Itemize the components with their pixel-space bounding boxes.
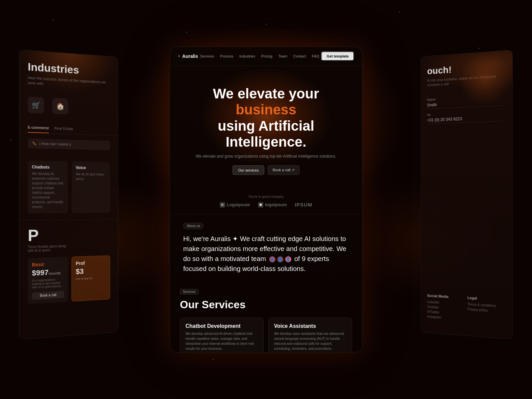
linkedin-link[interactable]: LinkedIn [427, 300, 464, 306]
plan-prof-name: Prof [76, 260, 106, 266]
legal-title: Legal [467, 296, 505, 302]
contact-form: Name Smith ne +31 (0) 20 343 9223 [421, 88, 512, 133]
legal-col: Legal Terms & conditions Privacy policy [467, 296, 505, 325]
nav-contact[interactable]: Contact [293, 54, 306, 58]
pricing-subtitle-partial: Three flexible plans desigwith AI & auto… [28, 243, 110, 253]
services-tag: Services [180, 289, 199, 295]
hero-title-accent: business [236, 102, 296, 117]
about-tag: About us [183, 223, 203, 229]
left-voice-card: Voice We de AI assi inbou perso [72, 161, 110, 213]
plan-prof: Prof $3 For or the ful [71, 255, 110, 302]
plan-basic: Basic $997/month For organizations looki… [28, 257, 68, 304]
pricing-title-partial: P [28, 226, 110, 244]
chatbot-section: ✏️ | How can I assist y [20, 133, 118, 162]
plan-basic-price: $997/month [32, 267, 64, 277]
logos-label: You're in good company [183, 195, 349, 199]
plan-basic-name: Basic [32, 261, 64, 267]
hero-title-part1: We elevate your [213, 86, 319, 101]
main-panel: + Auralis Services Process Industries Pr… [170, 47, 362, 352]
left-chatbots-desc: We develop AI-powered customer support c… [32, 171, 64, 209]
chatbot-title: Chatbot Development [186, 323, 258, 329]
pricing-plans: Basic $997/month For organizations looki… [28, 255, 110, 304]
hero-title: We elevate your business using Artificia… [183, 86, 349, 150]
logo-1-icon: ◎ [220, 202, 225, 207]
services-grid: Chatbot Development We develop advanced … [180, 318, 352, 352]
chat-input-bar[interactable]: ✏️ | How can I assist y [28, 138, 110, 150]
scene: Industries Hear the success stories of t… [0, 0, 532, 399]
get-template-button[interactable]: Get template [321, 52, 354, 61]
nav-links: Services Process Industries Pricing Team… [200, 54, 319, 58]
logo-1: ◎ Logoipsum [220, 202, 250, 207]
left-voice-desc: We de AI assi inbou perso [76, 172, 106, 182]
plan-prof-price: $3 [76, 266, 106, 276]
logo-3-text: IPSUM [295, 202, 313, 207]
plan-basic-desc: For organizations looking to get started… [32, 278, 64, 289]
logo-2-icon: ▣ [258, 202, 263, 207]
hero-title-part2: using Artificial Intelligence. [218, 118, 314, 150]
chatbot-service-card: Chatbot Development We develop advanced … [180, 318, 264, 352]
team-avatars: 👤 👤 👤 [269, 256, 292, 263]
pricing-section-partial: P Three flexible plans desigwith AI & au… [20, 219, 118, 311]
social-media-col: Social Media LinkedIn Youtube X/Twitter … [427, 294, 464, 322]
voice-desc: We develop voice assistants that use adv… [274, 331, 346, 351]
left-voice-title: Voice [76, 165, 106, 170]
social-title: Social Media [427, 294, 464, 300]
form-name-row: Name Smith [427, 94, 506, 109]
right-footer: Social Media LinkedIn Youtube X/Twitter … [427, 294, 506, 325]
left-chatbots-card: Chatbots We develop AI-powered customer … [28, 161, 68, 213]
nav-process[interactable]: Process [220, 54, 233, 58]
nav-faq[interactable]: FAQ [312, 54, 319, 58]
ecommerce-icon[interactable]: 🛒 [28, 96, 44, 113]
plan-prof-desc: For or the ful [76, 276, 106, 281]
left-service-cards: Chatbots We develop AI-powered customer … [20, 160, 118, 213]
about-section: About us Hi, we're Auralis ✦ We craft cu… [170, 214, 362, 282]
nav-industries[interactable]: Industries [239, 54, 255, 58]
left-panel-header: Industries Hear the success stories of t… [20, 50, 118, 96]
plan-basic-cta[interactable]: Book a call [32, 291, 64, 300]
avatar-3: 👤 [285, 256, 292, 263]
nav-logo: + Auralis [178, 54, 198, 59]
hero-section: We elevate your business using Artificia… [170, 66, 362, 195]
tab-realestate[interactable]: Real Estate [54, 126, 73, 134]
about-text: Hi, we're Auralis ✦ We craft cutting edg… [183, 234, 349, 274]
realestate-icon[interactable]: 🏠 [52, 98, 68, 114]
logo-2: ▣ logoipsum [258, 202, 287, 207]
left-panel-icons: 🛒 🏠 [20, 91, 118, 122]
right-panel-header: ouch! AI into your business. Leave us a … [421, 50, 512, 93]
voice-service-card: Voice Assistants We develop voice assist… [268, 318, 352, 352]
our-services-button[interactable]: Our services [232, 165, 264, 175]
chat-icon: ✏️ [32, 141, 37, 146]
nav-logo-plus: + [178, 54, 180, 59]
voice-title: Voice Assistants [274, 323, 346, 329]
nav-logo-name: Auralis [182, 54, 198, 59]
form-phone-row: ne +31 (0) 20 343 9223 [427, 110, 506, 124]
left-chatbots-title: Chatbots [32, 165, 64, 170]
footer-columns: Social Media LinkedIn Youtube X/Twitter … [427, 294, 506, 325]
hero-buttons: Our services Book a call ↗ [183, 165, 349, 175]
avatar-1: 👤 [269, 256, 276, 263]
chatbot-desc: We develop advanced AI-driven chatbots t… [186, 331, 258, 351]
services-section: Services Our Services Chatbot Developmen… [170, 282, 362, 352]
nav-services[interactable]: Services [200, 54, 214, 58]
left-panel: Industries Hear the success stories of t… [19, 50, 118, 340]
chat-placeholder-text: | How can I assist y [39, 142, 71, 147]
logos-section: You're in good company ◎ Logoipsum ▣ log… [170, 195, 362, 214]
nav-team[interactable]: Team [278, 54, 287, 58]
instagram-link[interactable]: Instagram [427, 315, 464, 321]
privacy-link[interactable]: Privacy policy [467, 307, 505, 313]
logo-3: IPSUM [295, 202, 313, 207]
hero-subtitle: We elevate and grow organizations using … [183, 154, 349, 159]
about-text-part2: focused on building world-class solution… [183, 265, 306, 272]
book-call-button[interactable]: Book a call ↗ [268, 165, 300, 175]
tab-ecommerce[interactable]: E-commerce [28, 125, 49, 133]
logos-row: ◎ Logoipsum ▣ logoipsum IPSUM [183, 202, 349, 207]
experts-text: of 9 experts [294, 255, 329, 262]
navbar: + Auralis Services Process Industries Pr… [170, 47, 362, 66]
services-title: Our Services [180, 299, 352, 311]
nav-pricing[interactable]: Pricing [261, 54, 273, 58]
avatar-2: 👤 [277, 256, 284, 263]
right-panel: ouch! AI into your business. Leave us a … [421, 50, 513, 339]
